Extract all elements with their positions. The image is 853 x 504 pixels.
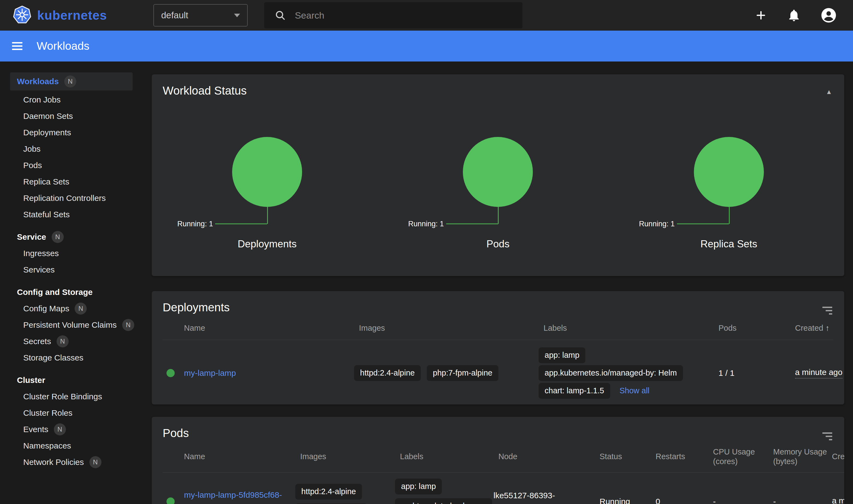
sidebar-item-storage-classes[interactable]: Storage Classes — [0, 349, 142, 366]
workload-status-charts: Running: 1 Deployments Running: 1 Pods — [152, 97, 844, 264]
search-icon — [274, 10, 286, 21]
notifications-bell-icon[interactable] — [787, 8, 801, 22]
sidebar-item-replication-controllers[interactable]: Replication Controllers — [0, 190, 142, 206]
pod-status: Running — [594, 497, 651, 504]
column-header-created[interactable]: Created↑ — [790, 324, 833, 332]
sidebar-item-secrets[interactable]: Secrets N — [0, 333, 142, 349]
chart-title: Pods — [383, 238, 613, 250]
chevron-down-icon — [234, 14, 240, 17]
namespaced-badge: N — [122, 319, 134, 331]
namespaced-badge: N — [57, 335, 69, 347]
namespaced-badge: N — [89, 456, 102, 468]
pod-created-time[interactable]: a minute ago — [832, 496, 844, 504]
column-header-labels[interactable]: Labels — [395, 452, 494, 461]
deployment-created-time[interactable]: a minute ago — [795, 367, 842, 379]
sidebar-item-services[interactable]: Services — [0, 262, 142, 278]
pie-callout-label: Running: 1 — [177, 220, 213, 228]
pie-callout-label: Running: 1 — [639, 220, 675, 228]
sidebar-item-daemon-sets[interactable]: Daemon Sets — [0, 108, 142, 124]
deployments-title: Deployments — [163, 301, 230, 314]
logo-wordmark: kubernetes — [37, 8, 107, 23]
sidebar-item-ingresses[interactable]: Ingresses — [0, 245, 142, 262]
namespaced-badge: N — [75, 303, 87, 314]
user-avatar[interactable] — [821, 7, 837, 23]
column-header-status[interactable]: Status — [594, 452, 651, 461]
sidebar-item-jobs[interactable]: Jobs — [0, 141, 142, 157]
search-bar[interactable] — [264, 2, 522, 29]
column-header-name[interactable]: Name — [179, 324, 354, 332]
kubernetes-logo[interactable]: kubernetes — [13, 6, 107, 25]
pod-labels-cell: app: lamp pod-template-hash: 5fd985cf68 — [395, 477, 494, 504]
sidebar-item-replica-sets[interactable]: Replica Sets — [0, 174, 142, 190]
sidebar-item-config-maps[interactable]: Config Maps N — [0, 300, 142, 317]
column-header-labels[interactable]: Labels — [538, 324, 714, 332]
column-header-images[interactable]: Images — [295, 452, 395, 461]
sidebar-section-cluster[interactable]: Cluster — [0, 372, 142, 389]
status-ok-dot — [166, 369, 175, 377]
deployment-table-row: my-lamp-lamp httpd:2.4-alpine php:7-fpm-… — [163, 340, 833, 404]
callout-line — [677, 223, 729, 224]
column-header-pods[interactable]: Pods — [714, 324, 790, 332]
show-all-labels-link[interactable]: Show all — [620, 386, 650, 395]
label-chip: chart: lamp-1.1.5 — [538, 383, 610, 399]
image-chip: httpd:2.4-alpine — [354, 365, 421, 381]
pod-name-link[interactable]: my-lamp-lamp-5fd985cf68-jwvz4 — [184, 490, 282, 504]
callout-line — [446, 223, 498, 224]
sidebar-item-cron-jobs[interactable]: Cron Jobs — [0, 92, 142, 108]
filter-icon[interactable] — [822, 431, 832, 442]
column-header-name[interactable]: Name — [179, 452, 295, 461]
label-chip: app: lamp — [395, 479, 442, 494]
sidebar-item-cluster-role-bindings[interactable]: Cluster Role Bindings — [0, 389, 142, 405]
pie-slice-running[interactable] — [463, 137, 533, 207]
filter-icon[interactable] — [822, 305, 832, 317]
sidebar-item-pods[interactable]: Pods — [0, 157, 142, 174]
column-header-images[interactable]: Images — [354, 324, 538, 332]
pods-title: Pods — [163, 427, 189, 440]
label-chip: app.kubernetes.io/managed-by: Helm — [538, 365, 683, 381]
sidebar-item-network-policies[interactable]: Network Policies N — [0, 454, 142, 470]
deployment-name-link[interactable]: my-lamp-lamp — [184, 368, 236, 377]
pods-table-header: Name Images Labels Node Status Restarts … — [163, 445, 844, 472]
sort-ascending-icon: ↑ — [825, 324, 830, 332]
column-header-created[interactable]: Created↑ — [827, 452, 844, 461]
deployment-images-cell: httpd:2.4-alpine php:7-fpm-alpine — [354, 365, 538, 381]
sidebar-item-service[interactable]: Service N — [0, 229, 142, 245]
namespace-selected-value: default — [161, 10, 234, 20]
sidebar-item-deployments[interactable]: Deployments — [0, 124, 142, 141]
sidebar-item-events[interactable]: Events N — [0, 421, 142, 437]
column-header-cpu-usage[interactable]: CPU Usage (cores) — [708, 447, 768, 466]
pods-card: Pods Name Images Labels Node Status Rest… — [152, 417, 844, 504]
pod-memory-usage: - — [768, 497, 827, 504]
top-app-bar: kubernetes default — [0, 0, 853, 31]
pod-table-row: my-lamp-lamp-5fd985cf68-jwvz4 httpd:2.4-… — [163, 472, 844, 504]
label-chip: pod-template-hash: 5fd985cf68 — [395, 498, 492, 504]
sidebar-section-config-and-storage[interactable]: Config and Storage — [0, 284, 142, 300]
namespaced-badge: N — [52, 231, 64, 243]
menu-hamburger-icon[interactable] — [12, 40, 22, 52]
navigation-sidebar: Workloads N Cron Jobs Daemon Sets Deploy… — [0, 61, 142, 504]
pod-restarts: 0 — [651, 497, 708, 504]
workload-status-title: Workload Status — [163, 84, 247, 97]
callout-line — [215, 223, 267, 224]
chart-title: Deployments — [152, 238, 383, 250]
collapse-card-icon[interactable]: ▲ — [826, 88, 832, 96]
column-header-memory-usage[interactable]: Memory Usage (bytes) — [768, 447, 827, 466]
image-chip: httpd:2.4-alpine — [295, 484, 362, 500]
deployments-table-header: Name Images Labels Pods Created↑ — [163, 320, 833, 340]
pod-images-cell: httpd:2.4-alpine php:7-fpm-alpine — [295, 482, 395, 504]
sidebar-item-cluster-roles[interactable]: Cluster Roles — [0, 405, 142, 421]
search-input[interactable] — [295, 10, 508, 21]
sidebar-item-namespaces[interactable]: Namespaces — [0, 437, 142, 454]
pie-slice-running[interactable] — [232, 137, 302, 207]
column-header-node[interactable]: Node — [494, 452, 594, 461]
sidebar-item-persistent-volume-claims[interactable]: Persistent Volume Claims N — [0, 317, 142, 333]
pie-slice-running[interactable] — [694, 137, 764, 207]
namespace-selector[interactable]: default — [153, 4, 248, 26]
sidebar-item-workloads[interactable]: Workloads N — [10, 72, 132, 90]
namespaced-badge: N — [64, 75, 76, 88]
page-header-bar: Workloads — [0, 31, 853, 61]
column-header-restarts[interactable]: Restarts — [651, 452, 708, 461]
sidebar-item-stateful-sets[interactable]: Stateful Sets — [0, 206, 142, 223]
create-resource-button[interactable] — [754, 9, 767, 22]
deployment-pods-count: 1 / 1 — [714, 368, 790, 378]
